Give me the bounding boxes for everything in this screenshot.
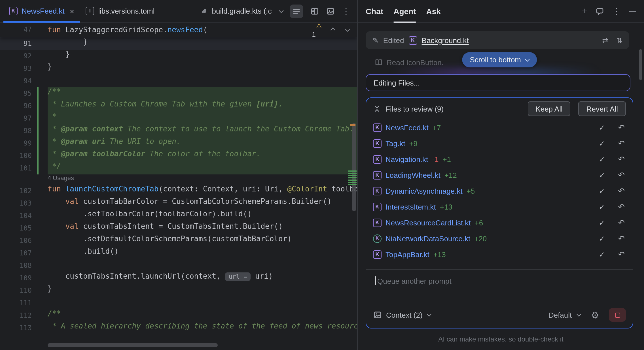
sticky-code-line[interactable]: 47 fun LazyStaggeredGridScope.newsFeed( … bbox=[0, 23, 357, 37]
chat-scrollbar[interactable] bbox=[639, 49, 642, 80]
code-line[interactable]: 105 val customTabsIntent = CustomTabsInt… bbox=[0, 222, 357, 234]
keep-file-icon[interactable]: ✓ bbox=[599, 250, 605, 259]
revert-all-button[interactable]: Revert All bbox=[579, 101, 626, 116]
code-text[interactable]: * @param context The context to use to l… bbox=[48, 125, 357, 137]
code-line[interactable]: 113 * A sealed hierarchy describing the … bbox=[0, 322, 357, 334]
minimize-icon[interactable]: — bbox=[629, 7, 636, 15]
tab-ask[interactable]: Ask bbox=[426, 0, 441, 22]
chat-more-icon[interactable]: ⋮ bbox=[612, 6, 621, 16]
code-line[interactable]: 109 customTabsIntent.launchUrl(context, … bbox=[0, 272, 357, 284]
file-link[interactable]: Background.kt bbox=[422, 36, 469, 44]
file-link[interactable]: LoadingWheel.kt bbox=[385, 171, 440, 179]
code-line[interactable]: 93} bbox=[0, 62, 357, 75]
prompt-input[interactable]: Queue another prompt bbox=[366, 270, 633, 304]
code-line[interactable]: 100 * @param toolbarColor The color of t… bbox=[0, 150, 357, 162]
code-text[interactable] bbox=[48, 297, 357, 309]
edited-file-row[interactable]: ✎ Edited K Background.kt ⇄ ⇅ bbox=[366, 31, 629, 49]
code-line[interactable]: 92 } bbox=[0, 50, 357, 62]
revert-file-icon[interactable]: ↶ bbox=[618, 170, 625, 180]
code-text[interactable]: /** bbox=[48, 309, 357, 322]
tab-agent[interactable]: Agent bbox=[393, 0, 416, 22]
code-line[interactable]: 107 .build() bbox=[0, 247, 357, 259]
code-text[interactable] bbox=[48, 75, 357, 87]
line-number[interactable]: 99 bbox=[0, 137, 32, 150]
warning-badge[interactable]: ⚠ 1 bbox=[272, 13, 322, 47]
keep-file-icon[interactable]: ✓ bbox=[599, 171, 605, 179]
file-row[interactable]: KInterestsItem.kt+13✓↶ bbox=[366, 199, 633, 215]
code-line[interactable]: 96 * Launches a Custom Chrome Tab with t… bbox=[0, 100, 357, 112]
line-number[interactable]: 107 bbox=[0, 247, 32, 259]
code-text[interactable]: .build() bbox=[48, 247, 357, 259]
tab-build-gradle[interactable]: build.gradle.kts (:c bbox=[193, 0, 277, 22]
revert-file-icon[interactable]: ↶ bbox=[618, 218, 625, 227]
code-line[interactable]: 101 */ bbox=[0, 162, 357, 174]
code-text[interactable]: * @param uri The URI to open. bbox=[48, 137, 357, 150]
code-line[interactable]: 99 * @param uri The URI to open. bbox=[0, 137, 357, 150]
line-number[interactable]: 109 bbox=[0, 272, 32, 284]
keep-file-icon[interactable]: ✓ bbox=[599, 218, 605, 227]
line-number[interactable]: 102 bbox=[0, 185, 32, 197]
tab-libs-versions[interactable]: T libs.versions.toml bbox=[80, 0, 160, 22]
revert-file-icon[interactable]: ↶ bbox=[618, 234, 625, 243]
keep-file-icon[interactable]: ✓ bbox=[599, 123, 605, 132]
screenshot-icon[interactable] bbox=[326, 7, 335, 16]
revert-file-icon[interactable]: ↶ bbox=[618, 155, 625, 164]
code-line[interactable]: 103 val customTabBarColor = CustomTabCol… bbox=[0, 197, 357, 210]
line-number[interactable]: 104 bbox=[0, 210, 32, 222]
added-lines-stripe-mark[interactable] bbox=[348, 170, 357, 186]
code-text[interactable]: } bbox=[48, 62, 357, 75]
more-options-icon[interactable]: ⋮ bbox=[342, 6, 350, 16]
code-text[interactable]: * @param toolbarColor The color of the t… bbox=[48, 150, 357, 162]
code-text[interactable]: /** bbox=[48, 87, 357, 100]
file-link[interactable]: NiaNetworkDataSource.kt bbox=[385, 234, 470, 243]
warning-stripe-mark[interactable] bbox=[350, 124, 355, 126]
code-line[interactable]: 97 * bbox=[0, 112, 357, 125]
compare-changes-icon[interactable]: ⇄ bbox=[602, 36, 608, 44]
line-number[interactable]: 94 bbox=[0, 75, 32, 87]
code-text[interactable]: .setDefaultColorSchemeParams(customTabBa… bbox=[48, 234, 357, 247]
close-tab-icon[interactable]: × bbox=[70, 7, 74, 16]
stop-button[interactable] bbox=[609, 308, 626, 322]
settings-gear-icon[interactable]: ⚙ bbox=[591, 310, 599, 320]
new-chat-icon[interactable]: + bbox=[582, 5, 587, 17]
code-line[interactable]: 102fun launchCustomChromeTab(context: Co… bbox=[0, 185, 357, 197]
code-text[interactable]: .setToolbarColor(toolbarColor).build() bbox=[48, 210, 357, 222]
code-line[interactable]: 95/** bbox=[0, 87, 357, 100]
line-number[interactable]: 100 bbox=[0, 150, 32, 162]
line-number[interactable]: 105 bbox=[0, 222, 32, 234]
next-occurrence-icon[interactable] bbox=[344, 28, 351, 31]
file-row[interactable]: KNewsResourceCardList.kt+6✓↶ bbox=[366, 215, 633, 231]
line-number[interactable]: 106 bbox=[0, 234, 32, 247]
code-text[interactable]: val customTabsIntent = CustomTabsIntent.… bbox=[48, 222, 357, 234]
file-row[interactable]: KDynamicAsyncImage.kt+5✓↶ bbox=[366, 183, 633, 199]
code-line[interactable]: 112/** bbox=[0, 309, 357, 322]
usages-inlay[interactable]: 4 Usages bbox=[0, 174, 357, 185]
keep-file-icon[interactable]: ✓ bbox=[599, 234, 605, 243]
file-row[interactable]: KLoadingWheel.kt+12✓↶ bbox=[366, 167, 633, 183]
code-text[interactable]: fun launchCustomChromeTab(context: Conte… bbox=[48, 185, 357, 197]
line-number[interactable]: 108 bbox=[0, 259, 32, 272]
keep-file-icon[interactable]: ✓ bbox=[599, 187, 605, 195]
file-row[interactable]: KTopAppBar.kt+13✓↶ bbox=[366, 246, 633, 262]
line-number[interactable]: 103 bbox=[0, 197, 32, 210]
scroll-to-bottom-button[interactable]: Scroll to bottom bbox=[462, 52, 537, 67]
line-number[interactable]: 113 bbox=[0, 322, 32, 334]
prev-occurrence-icon[interactable] bbox=[329, 28, 337, 31]
keep-file-icon[interactable]: ✓ bbox=[599, 139, 605, 148]
model-selector[interactable]: Default bbox=[548, 311, 572, 319]
code-text[interactable]: */ bbox=[48, 162, 357, 174]
code-line[interactable]: 110} bbox=[0, 284, 357, 297]
keep-file-icon[interactable]: ✓ bbox=[599, 155, 605, 163]
code-line[interactable]: 98 * @param context The context to use t… bbox=[0, 125, 357, 137]
revert-file-icon[interactable]: ↶ bbox=[618, 123, 625, 132]
code-line[interactable]: 106 .setDefaultColorSchemeParams(customT… bbox=[0, 234, 357, 247]
revert-file-icon[interactable]: ↶ bbox=[618, 250, 625, 259]
code-text[interactable] bbox=[48, 259, 357, 272]
file-link[interactable]: Navigation.kt bbox=[385, 155, 428, 163]
code-line[interactable]: 111 bbox=[0, 297, 357, 309]
code-line[interactable]: 94 bbox=[0, 75, 357, 87]
code-text[interactable]: * A sealed hierarchy describing the stat… bbox=[48, 322, 357, 334]
revert-file-icon[interactable]: ↶ bbox=[618, 186, 625, 195]
code-text[interactable]: val customTabBarColor = CustomTabColorSc… bbox=[48, 197, 357, 210]
expand-collapse-icon[interactable]: ⇅ bbox=[616, 36, 622, 44]
